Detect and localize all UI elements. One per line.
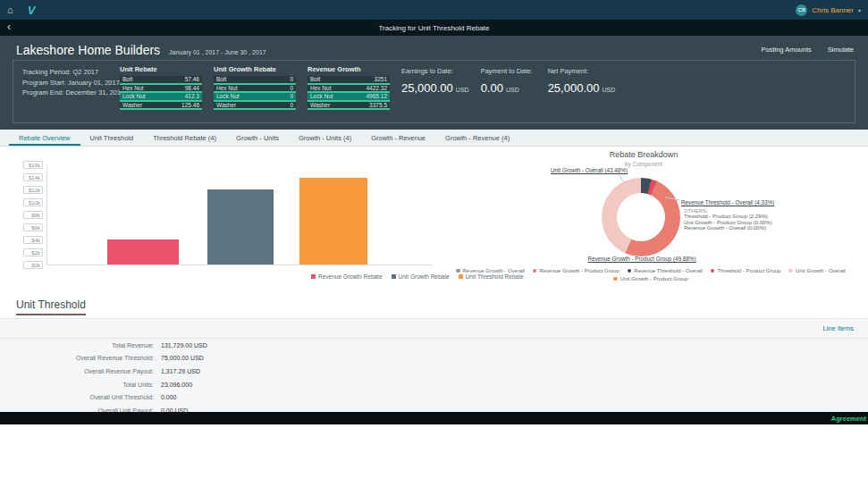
section-title: Unit Threshold: [16, 298, 86, 311]
detail-label: Total Units:: [0, 382, 154, 388]
earnings-to-date: Earnings to Date: 25,000.00USD: [401, 67, 469, 118]
row-value: 4422.32: [367, 85, 388, 91]
legend-label: Revenue Threshold - Overall: [634, 268, 703, 273]
customer-name: Lakeshore Home Builders: [16, 43, 160, 57]
program-start-value: January 01, 2017: [68, 79, 120, 87]
row-label: Bolt: [310, 76, 320, 82]
detail-row-overall-revenue-payout: Overall Revenue Payout:1,317.29 USD: [0, 365, 868, 378]
legend-marker-icon: [533, 269, 537, 273]
tracking-period: Tracking Period: Q2 2017: [22, 67, 108, 78]
row-value: 98.44: [185, 85, 199, 91]
row-label: Bolt: [216, 76, 226, 82]
others-line: Threshold - Product Group (2.29%): [684, 214, 772, 219]
legend-item[interactable]: Revenue Growth - Overall: [456, 268, 525, 273]
callout-revenue-threshold-overall[interactable]: Revenue Threshold - Overall (4.33%): [681, 199, 774, 206]
row-value: 57.46: [185, 76, 199, 82]
row-value: 4965.12: [367, 93, 388, 99]
legend-item[interactable]: Revenue Threshold - Overall: [628, 268, 703, 273]
table-row: Hex Nut0: [214, 85, 296, 94]
detail-value: 75,000.00 USD: [161, 355, 204, 361]
tab-growth-units[interactable]: Growth - Units: [226, 130, 289, 146]
unit-growth-rebate-table: Unit Growth Rebate Bolt0 Hex Nut0 Lock N…: [214, 65, 296, 118]
top-bar: ⌂ V CB Chris Banner ▾: [0, 0, 868, 20]
app-window: ⌂ V CB Chris Banner ▾ ‹ Tracking for Uni…: [0, 0, 868, 487]
row-value: 125.46: [181, 102, 199, 108]
table-row: Hex Nut4422.32: [308, 85, 390, 94]
posting-amounts-link[interactable]: Posting Amounts: [762, 46, 812, 54]
legend-item[interactable]: Revenue Growth - Product Group: [533, 268, 619, 273]
legend-label: Revenue Growth - Product Group: [539, 268, 619, 273]
legend-marker-icon: [711, 269, 715, 273]
donut-pie[interactable]: [602, 178, 680, 256]
row-label: Bolt: [122, 76, 132, 82]
legend-item[interactable]: Unit Growth - Overall: [788, 268, 846, 273]
tab-bar: Rebate Overview Unit Threshold Threshold…: [0, 130, 868, 147]
table-row: Bolt57.46: [120, 76, 202, 85]
tab-rebate-overview[interactable]: Rebate Overview: [9, 130, 80, 146]
legend-marker-icon: [613, 277, 618, 281]
table-row: Hex Nut98.44: [120, 85, 202, 94]
detail-label: Overall Revenue Threshold:: [0, 355, 154, 361]
legend-label: Unit Growth - Overall: [796, 268, 846, 273]
others-line: Revenue Growth - Overall (0.00%): [684, 225, 772, 231]
user-menu[interactable]: CB Chris Banner ▾: [796, 4, 861, 16]
row-value: 0: [290, 93, 293, 99]
total-value: 0.00: [481, 81, 503, 95]
detail-row-overall-revenue-threshold: Overall Revenue Threshold:75,000.00 USD: [0, 352, 868, 365]
bottom-bar: Agreement: [0, 412, 868, 424]
charts-panel: $16k $14k $12k $10k $8k $6k $4k $2k $0k …: [0, 147, 868, 295]
row-label: Hex Nut: [216, 85, 237, 91]
tab-threshold-rebate[interactable]: Threshold Rebate (4): [143, 130, 226, 146]
table-row: Bolt0: [214, 76, 296, 85]
home-icon[interactable]: ⌂: [7, 4, 13, 15]
row-label: Washer: [216, 102, 236, 108]
table-row-highlighted: Lock Nut0: [214, 93, 296, 102]
detail-row-total-revenue: Total Revenue:131,729.00 USD: [0, 339, 868, 352]
net-payment: Net Payment: 25,000.00USD: [548, 67, 616, 118]
legend-item[interactable]: Unit Growth - Product Group: [613, 276, 688, 281]
currency: USD: [456, 87, 469, 93]
avatar: CB: [796, 4, 807, 16]
agreement-link[interactable]: Agreement: [831, 415, 866, 423]
currency: USD: [506, 87, 519, 93]
table-title: Revenue Growth: [308, 65, 390, 73]
legend-label: Threshold - Product Group: [717, 268, 780, 273]
program-info-panel: Tracking Period: Q2 2017 Program Start: …: [13, 60, 855, 123]
legend-item[interactable]: Threshold - Product Group: [711, 268, 781, 273]
tracking-period-label: Tracking Period:: [22, 68, 71, 76]
total-label: Payment to Date:: [481, 67, 536, 75]
tab-growth-units-4[interactable]: Growth - Units (4): [289, 130, 361, 146]
callout-unit-growth-overall[interactable]: Unit Growth - Overall (43.48%): [497, 167, 628, 173]
vendavo-logo[interactable]: V: [28, 4, 36, 17]
back-button[interactable]: ‹: [7, 21, 11, 33]
customer-row: Lakeshore Home Builders January 01 , 201…: [16, 43, 266, 57]
row-label: Washer: [122, 102, 142, 108]
row-label: Hex Nut: [122, 85, 143, 91]
line-items-link[interactable]: Line Items: [822, 324, 854, 332]
row-value: 3251: [375, 76, 387, 82]
title-bar: ‹ Tracking for Unit Threshold Rebate: [0, 20, 868, 36]
detail-label: Overall Revenue Payout:: [0, 368, 154, 374]
tab-growth-revenue[interactable]: Growth - Revenue: [361, 130, 435, 146]
callout-others: OTHERS: Threshold - Product Group (2.29%…: [684, 208, 772, 231]
detail-value: 23,096.000: [161, 382, 192, 388]
row-label: Lock Nut: [310, 93, 333, 99]
total-label: Earnings to Date:: [401, 67, 469, 75]
table-title: Unit Rebate: [120, 65, 202, 73]
callout-revenue-growth-product-group[interactable]: Revenue Growth - Product Group (49.88%): [561, 256, 722, 262]
tab-unit-threshold[interactable]: Unit Threshold: [80, 130, 144, 146]
rebate-breakdown-chart: Rebate Breakdown by Component Unit Growt…: [0, 147, 868, 295]
table-row: Washer125.46: [120, 102, 202, 111]
detail-label: Total Revenue:: [0, 342, 154, 348]
row-label: Lock Nut: [122, 93, 146, 99]
table-row: Bolt3251: [308, 76, 390, 85]
tab-growth-revenue-4[interactable]: Growth - Revenue (4): [435, 130, 519, 146]
detail-value: 131,729.00 USD: [161, 342, 207, 348]
simulate-link[interactable]: Simulate: [828, 46, 854, 54]
program-end: Program End: December 31, 2017: [22, 88, 108, 98]
detail-label: Overall Unit Threshold:: [0, 394, 154, 400]
program-end-value: December 31, 2017: [65, 88, 124, 97]
detail-value: 0.000: [161, 394, 177, 400]
row-value: 412.3: [185, 93, 199, 99]
total-value: 25,000.00: [548, 81, 600, 95]
